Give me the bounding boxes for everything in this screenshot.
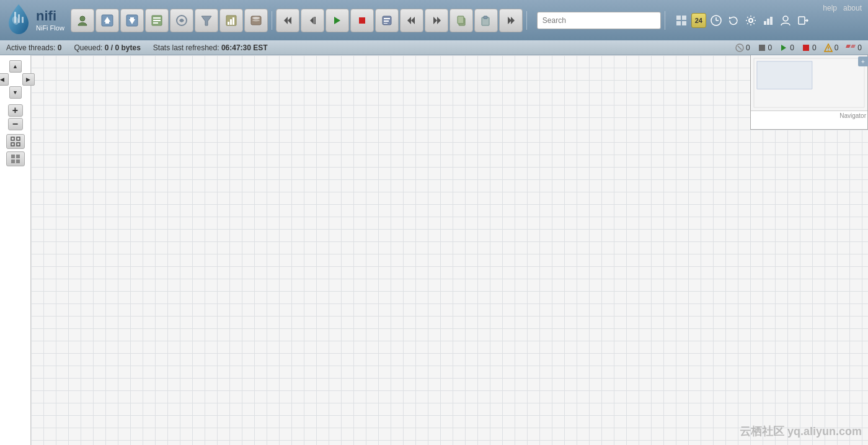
svg-rect-47 — [682, 21, 686, 25]
upload-btn[interactable] — [95, 9, 119, 32]
stopped-icon — [735, 43, 744, 52]
running-indicator: 0 — [779, 43, 794, 52]
nifi-logo-icon — [5, 3, 33, 37]
nav-right-btn[interactable]: ▶ — [22, 73, 35, 86]
prev-btn[interactable] — [400, 9, 423, 32]
canvas[interactable]: Navigator + 云栖社区 yq.aliyun.com — [31, 55, 868, 445]
svg-rect-69 — [17, 137, 20, 140]
layout-btn[interactable] — [6, 151, 25, 166]
updown-icon — [846, 43, 856, 52]
user-icon[interactable] — [778, 13, 793, 28]
logout-icon[interactable] — [795, 13, 810, 28]
svg-marker-51 — [729, 17, 732, 19]
svg-rect-71 — [17, 143, 20, 146]
forward-btn[interactable] — [499, 9, 523, 32]
fit-screen-btn[interactable] — [6, 134, 25, 149]
toolbar-separator-1 — [272, 11, 272, 30]
svg-marker-28 — [334, 17, 340, 24]
disabled-indicator: 0 — [758, 43, 773, 52]
left-nav-panel: ▲ ◀ ▶ ▼ + − — [0, 55, 31, 445]
back-step-btn[interactable] — [301, 9, 324, 32]
svg-rect-75 — [16, 160, 20, 163]
disabled-count: 0 — [768, 43, 773, 52]
queued-value: 0 / 0 bytes — [105, 43, 141, 52]
svg-point-22 — [252, 17, 260, 19]
svg-rect-13 — [153, 20, 161, 21]
svg-rect-72 — [11, 155, 15, 158]
nav-up-btn[interactable]: ▲ — [9, 60, 22, 73]
expand-btn[interactable]: + — [858, 56, 868, 66]
svg-rect-53 — [764, 21, 766, 25]
copy-btn[interactable] — [450, 9, 473, 32]
history-icon[interactable] — [726, 13, 741, 28]
search-area — [537, 12, 661, 29]
svg-rect-60 — [759, 45, 765, 51]
nav-center — [9, 73, 22, 86]
next-btn[interactable] — [425, 9, 448, 32]
updown-count: 0 — [857, 43, 862, 52]
queued-label: Queued: 0 / 0 bytes — [74, 43, 140, 52]
warning-count: 0 — [835, 43, 839, 52]
svg-marker-26 — [310, 17, 314, 24]
status-indicators: 0 0 0 0 — [735, 43, 862, 52]
main-area: ▲ ◀ ▶ ▼ + − Navigator — [0, 55, 868, 445]
filter-btn[interactable] — [195, 9, 218, 32]
template-btn[interactable] — [145, 9, 169, 32]
search-input[interactable] — [537, 12, 661, 29]
svg-rect-10 — [130, 17, 134, 19]
svg-rect-55 — [770, 17, 773, 25]
zoom-out-btn[interactable]: − — [8, 118, 23, 130]
watermark: 云栖社区 yq.aliyun.com — [740, 424, 862, 439]
schedule-btn[interactable] — [375, 9, 399, 32]
help-link[interactable]: help — [823, 4, 837, 12]
svg-rect-2 — [18, 14, 20, 23]
settings-icon[interactable] — [743, 13, 758, 28]
right-toolbar: 24 — [674, 13, 810, 28]
paste-btn[interactable] — [474, 9, 498, 32]
header-links: help about — [823, 4, 862, 12]
svg-rect-32 — [384, 20, 389, 22]
svg-rect-54 — [767, 19, 769, 25]
svg-rect-3 — [22, 17, 24, 23]
bar-chart-icon[interactable] — [761, 13, 776, 28]
svg-marker-34 — [411, 17, 415, 24]
stats-btn[interactable] — [219, 9, 243, 32]
svg-rect-33 — [384, 23, 388, 24]
stats-refreshed: Stats last refreshed: 06:47:30 EST — [153, 43, 268, 52]
logo-text: nifi NiFi Flow — [36, 9, 64, 32]
svg-rect-41 — [484, 16, 487, 19]
remote-process-btn[interactable] — [170, 9, 193, 32]
svg-rect-19 — [230, 19, 232, 25]
toolbar-separator-2 — [526, 11, 527, 30]
svg-marker-16 — [202, 16, 211, 25]
svg-point-23 — [252, 19, 260, 21]
home-btn[interactable] — [71, 9, 94, 32]
svg-marker-66 — [846, 45, 851, 48]
about-link[interactable]: about — [843, 4, 862, 12]
active-threads-label: Active threads: 0 — [6, 43, 61, 52]
nav-left-btn[interactable]: ◀ — [0, 73, 9, 86]
svg-point-4 — [80, 16, 85, 21]
active-threads-value: 0 — [58, 43, 62, 52]
invalid-count: 0 — [812, 43, 817, 52]
svg-line-59 — [738, 46, 742, 50]
download-btn[interactable] — [120, 9, 144, 32]
database-btn[interactable] — [244, 9, 268, 32]
svg-marker-24 — [284, 17, 288, 24]
nav-down-btn[interactable]: ▼ — [9, 86, 22, 99]
svg-point-65 — [828, 50, 829, 51]
svg-rect-31 — [384, 18, 390, 19]
svg-marker-67 — [851, 45, 856, 48]
warning-indicator: 0 — [824, 43, 839, 52]
stop-btn[interactable] — [350, 9, 374, 32]
svg-rect-68 — [11, 137, 14, 140]
minimap: Navigator — [750, 55, 868, 130]
clock-icon[interactable] — [709, 13, 724, 28]
toolbar: 24 — [71, 9, 863, 32]
warning-icon — [824, 43, 833, 52]
start-all-back-btn[interactable] — [276, 9, 299, 32]
zoom-in-btn[interactable]: + — [8, 104, 23, 117]
grid-view-icon[interactable] — [674, 13, 689, 28]
svg-rect-70 — [11, 143, 14, 146]
play-btn[interactable] — [326, 9, 349, 32]
